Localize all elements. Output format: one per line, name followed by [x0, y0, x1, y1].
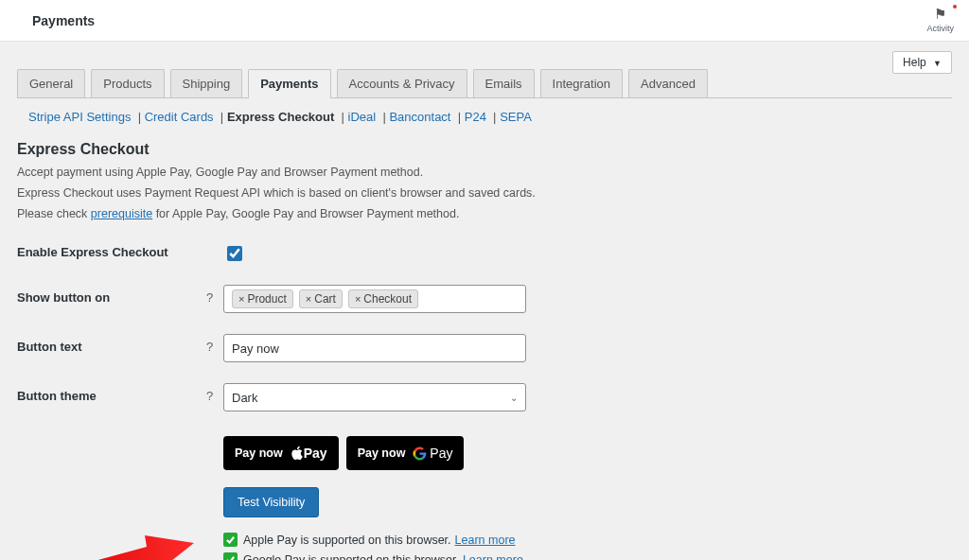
- prerequisite-link[interactable]: prerequisite: [91, 207, 152, 220]
- breadcrumb: Payments: [32, 13, 95, 28]
- activity-button[interactable]: ⚑ Activity: [926, 7, 954, 33]
- help-icon[interactable]: ?: [206, 285, 223, 305]
- section-desc-line1: Accept payment using Apple Pay, Google P…: [17, 164, 952, 181]
- apple-learn-more-link[interactable]: Learn more: [455, 534, 516, 547]
- sublink-bancontact[interactable]: Bancontact: [389, 110, 450, 124]
- show-on-multiselect[interactable]: ×Product ×Cart ×Checkout: [223, 285, 526, 313]
- show-on-label: Show button on: [17, 285, 206, 305]
- section-desc-line2: Express Checkout uses Payment Request AP…: [17, 184, 952, 201]
- sublink-p24[interactable]: P24: [465, 110, 486, 124]
- tag-cart[interactable]: ×Cart: [299, 289, 343, 308]
- google-logo-icon: Pay: [413, 446, 452, 461]
- section-title: Express Checkout: [17, 141, 952, 158]
- apple-pay-preview-button[interactable]: Pay now Pay: [223, 436, 339, 470]
- preview-buttons: Pay now Pay Pay now: [223, 436, 952, 470]
- tab-general[interactable]: General: [17, 69, 85, 97]
- flag-icon: ⚑: [926, 7, 954, 23]
- settings-form: Enable Express Checkout Show button on ?…: [17, 239, 952, 411]
- help-tab[interactable]: Help ▼: [892, 51, 952, 74]
- settings-sublinks: Stripe API Settings | Credit Cards | Exp…: [17, 98, 952, 128]
- tag-product[interactable]: ×Product: [232, 289, 293, 308]
- google-pay-supported-line: Google Pay is supported on this browser.…: [223, 552, 952, 560]
- settings-panel: Help ▼ General Products Shipping Payment…: [0, 42, 969, 560]
- sublink-stripe-api-settings[interactable]: Stripe API Settings: [28, 110, 131, 124]
- help-placeholder: [206, 239, 223, 245]
- check-icon: [223, 533, 238, 547]
- tab-advanced[interactable]: Advanced: [628, 69, 708, 97]
- tab-shipping[interactable]: Shipping: [170, 69, 243, 97]
- close-icon: ×: [306, 293, 311, 305]
- tab-accounts-privacy[interactable]: Accounts & Privacy: [337, 69, 467, 97]
- tab-emails[interactable]: Emails: [473, 69, 535, 97]
- button-text-input[interactable]: [223, 334, 526, 362]
- settings-tabs: General Products Shipping Payments Accou…: [17, 42, 952, 98]
- sublink-ideal[interactable]: iDeal: [348, 110, 377, 124]
- tab-payments[interactable]: Payments: [248, 69, 330, 98]
- tag-checkout[interactable]: ×Checkout: [348, 289, 418, 308]
- tab-integration[interactable]: Integration: [540, 69, 623, 97]
- google-pay-preview-button[interactable]: Pay now Pay: [346, 436, 465, 470]
- preview-block: Pay now Pay Pay now: [223, 436, 952, 560]
- help-icon[interactable]: ?: [206, 334, 223, 354]
- google-learn-more-link[interactable]: Learn more: [463, 553, 523, 560]
- tab-products[interactable]: Products: [91, 69, 164, 97]
- enable-express-checkbox[interactable]: [227, 246, 242, 261]
- section-desc-line3: Please check prerequisite for Apple Pay,…: [17, 205, 952, 222]
- apple-pay-supported-line: Apple Pay is supported on this browser. …: [223, 533, 952, 547]
- app-header: Payments ⚑ Activity: [0, 0, 969, 42]
- enable-label: Enable Express Checkout: [17, 239, 206, 259]
- button-theme-select[interactable]: Dark ⌄: [223, 383, 526, 411]
- chevron-down-icon: ⌄: [510, 393, 518, 403]
- button-theme-label: Button theme: [17, 383, 206, 403]
- sublink-credit-cards[interactable]: Credit Cards: [145, 110, 214, 124]
- button-text-label: Button text: [17, 334, 206, 354]
- help-icon[interactable]: ?: [206, 383, 223, 403]
- express-checkout-section: Express Checkout Accept payment using Ap…: [17, 128, 952, 560]
- sublink-express-checkout[interactable]: Express Checkout: [227, 110, 334, 124]
- apple-logo-icon: Pay: [291, 446, 327, 461]
- test-visibility-button[interactable]: Test Visibility: [223, 487, 319, 517]
- close-icon: ×: [238, 293, 244, 305]
- chevron-down-icon: ▼: [933, 59, 942, 68]
- close-icon: ×: [355, 293, 361, 305]
- check-icon: [223, 552, 238, 560]
- sublink-sepa[interactable]: SEPA: [500, 110, 532, 124]
